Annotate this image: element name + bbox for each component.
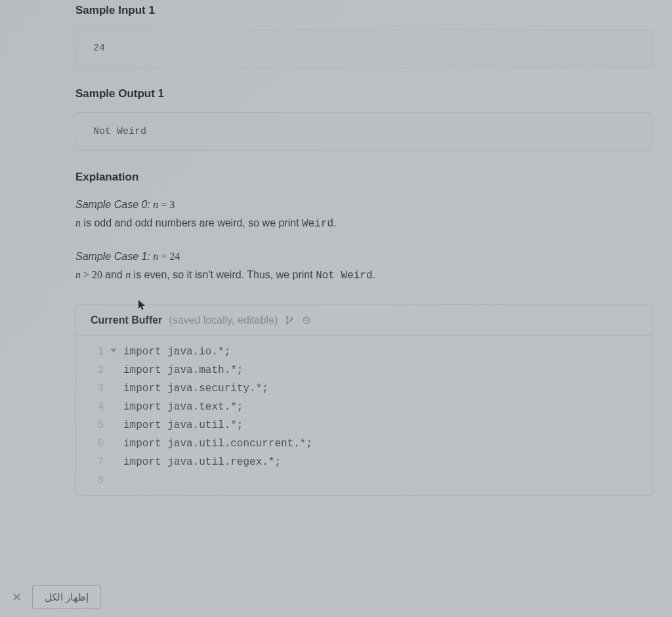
history-icon[interactable]	[301, 315, 312, 326]
fold-icon[interactable]	[110, 349, 117, 352]
code-line: 7 import java.util.regex.*;	[76, 453, 652, 471]
code-text: import java.util.*;	[110, 416, 243, 435]
code-text: import java.math.*;	[110, 361, 243, 379]
code-line: 4 import java.text.*;	[76, 398, 652, 416]
code-line: 6 import java.util.concurrent.*;	[76, 435, 652, 453]
code-text: import java.text.*;	[110, 398, 243, 416]
line-number: 8	[97, 475, 104, 486]
sample-input-value: 24	[93, 43, 105, 54]
code-literal: Not Weird	[316, 270, 372, 282]
explanation-case-0: Sample Case 0: n = 3 n is odd and odd nu…	[75, 196, 652, 233]
line-number: 6	[97, 438, 104, 450]
code-line: 5 import java.util.*;	[76, 416, 652, 435]
case-label: Sample Case 1:	[75, 251, 150, 262]
math-var: n	[153, 251, 158, 262]
line-number: 4	[97, 401, 104, 413]
code-editor-panel: Current Buffer (saved locally, editable)…	[75, 305, 652, 496]
line-number: 3	[97, 383, 104, 394]
text: is even, so it isn't weird. Thus, we pri…	[131, 269, 316, 280]
svg-point-2	[291, 318, 293, 320]
code-line: 8	[76, 471, 652, 490]
math-var: n	[153, 199, 158, 210]
editor-header: Current Buffer (saved locally, editable)	[76, 305, 652, 336]
sample-input-heading: Sample Input 1	[75, 4, 652, 17]
text: is odd and odd numbers are weird, so we …	[81, 217, 302, 228]
code-text: import java.util.concurrent.*;	[110, 435, 312, 453]
explanation-case-1: Sample Case 1: n = 24 n > 20 and n is ev…	[75, 247, 652, 285]
code-line: 2 import java.math.*;	[76, 361, 652, 379]
code-text	[110, 471, 123, 490]
editor-title: Current Buffer	[91, 314, 162, 326]
text: .	[373, 269, 375, 280]
close-icon[interactable]: ✕	[12, 591, 22, 603]
editor-subtitle: (saved locally, editable)	[169, 314, 278, 326]
git-branch-icon[interactable]	[284, 315, 295, 326]
math-var: n	[125, 269, 131, 280]
math-var: n	[75, 269, 81, 280]
svg-point-0	[286, 316, 288, 318]
sample-input-block: 24	[75, 29, 652, 68]
sample-output-block: Not Weird	[75, 112, 652, 151]
text: .	[333, 217, 336, 228]
code-literal: Weird	[302, 218, 333, 230]
math-gt: >	[83, 269, 89, 280]
line-number: 1	[97, 346, 104, 358]
code-line: 3 import java.security.*;	[76, 379, 652, 398]
svg-point-1	[286, 322, 288, 324]
code-text: import java.util.regex.*;	[110, 453, 281, 471]
explanation-heading: Explanation	[75, 171, 652, 184]
line-number: 5	[97, 419, 104, 431]
sample-output-value: Not Weird	[93, 126, 146, 137]
math-val: 3	[169, 199, 175, 210]
show-all-button[interactable]: إظهار الكل	[32, 585, 101, 609]
math-eq: =	[161, 251, 167, 262]
text: and	[105, 269, 125, 280]
sample-output-heading: Sample Output 1	[75, 87, 652, 100]
code-line: 1 import java.io.*;	[76, 343, 652, 361]
case-label: Sample Case 0:	[75, 199, 150, 210]
math-eq: =	[161, 199, 167, 210]
math-val: 20	[92, 269, 102, 280]
math-var: n	[75, 217, 81, 228]
code-editor[interactable]: 1 import java.io.*; 2 import java.math.*…	[76, 336, 652, 495]
code-text: import java.io.*;	[110, 343, 230, 361]
line-number: 7	[97, 456, 104, 468]
line-number: 2	[97, 364, 104, 376]
code-text: import java.security.*;	[110, 379, 268, 398]
math-val: 24	[169, 251, 180, 262]
